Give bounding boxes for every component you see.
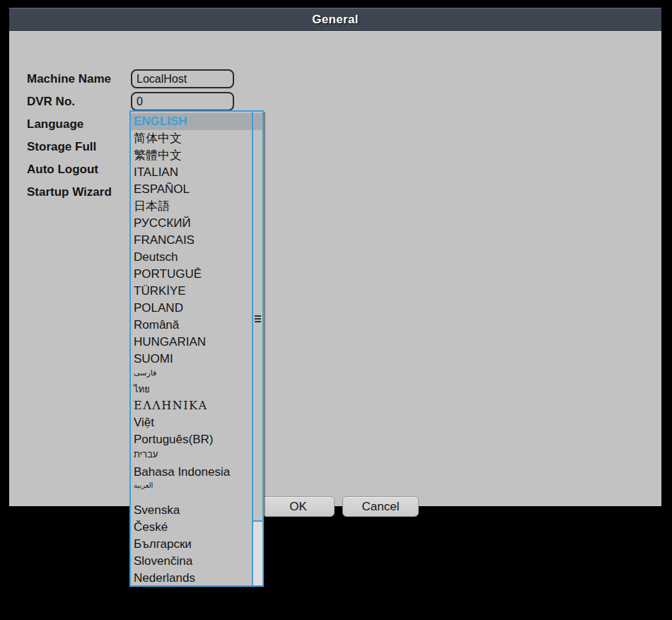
dropdown-option[interactable]: Български bbox=[131, 536, 262, 553]
dropdown-option[interactable]: 繁體中文 bbox=[131, 147, 262, 164]
dropdown-options: ENGLISH简体中文繁體中文ITALIANESPAÑOL日本語РУССКИЙF… bbox=[131, 112, 262, 587]
screen: General Machine Name DVR No. Language St… bbox=[0, 0, 672, 620]
dropdown-option[interactable]: فارسی bbox=[131, 368, 262, 380]
dropdown-option[interactable]: Deutsch bbox=[131, 249, 262, 266]
dropdown-option[interactable]: České bbox=[131, 519, 262, 536]
dropdown-option[interactable]: ITALIAN bbox=[131, 164, 262, 181]
dropdown-option[interactable]: Svenska bbox=[131, 502, 262, 519]
language-label: Language bbox=[27, 117, 83, 132]
dropdown-option[interactable]: ESPAÑOL bbox=[131, 181, 262, 198]
dropdown-option[interactable]: Slovenčina bbox=[131, 553, 262, 570]
dropdown-option[interactable]: PORTUGUÊ bbox=[131, 266, 262, 283]
machine-name-label: Machine Name bbox=[27, 71, 111, 87]
dropdown-option[interactable]: 简体中文 bbox=[131, 130, 262, 147]
ok-button[interactable]: OK bbox=[262, 496, 335, 517]
dialog-title: General bbox=[312, 13, 358, 27]
auto-logout-label: Auto Logout bbox=[27, 162, 98, 177]
dropdown-option[interactable]: ไทย bbox=[131, 380, 262, 397]
dialog-titlebar[interactable]: General bbox=[9, 8, 661, 31]
dvr-no-input[interactable] bbox=[131, 92, 234, 111]
general-dialog: General Machine Name DVR No. Language St… bbox=[9, 8, 661, 506]
dropdown-option[interactable]: SUOMI bbox=[131, 351, 262, 368]
dropdown-option[interactable]: POLAND bbox=[131, 300, 262, 317]
dropdown-option[interactable]: РУССКИЙ bbox=[131, 215, 262, 232]
storage-full-label: Storage Full bbox=[27, 139, 96, 155]
dvr-no-label: DVR No. bbox=[27, 94, 75, 110]
scrollbar-thumb[interactable] bbox=[253, 520, 262, 585]
language-dropdown-list: ENGLISH简体中文繁體中文ITALIANESPAÑOL日本語РУССКИЙF… bbox=[129, 110, 264, 587]
startup-wizard-label: Startup Wizard bbox=[27, 185, 112, 200]
dropdown-option[interactable]: עברית bbox=[131, 448, 262, 464]
dropdown-option[interactable]: Bahasa Indonesia bbox=[131, 464, 262, 481]
machine-name-input[interactable] bbox=[131, 69, 234, 88]
dropdown-scrollbar[interactable] bbox=[252, 112, 262, 585]
dropdown-option[interactable]: Română bbox=[131, 317, 262, 334]
dropdown-option[interactable]: TÜRKİYE bbox=[131, 283, 262, 300]
dropdown-option[interactable]: Việt bbox=[131, 414, 262, 431]
scrollbar-grip-icon[interactable] bbox=[255, 315, 261, 322]
dropdown-option[interactable]: ENGLISH bbox=[131, 113, 262, 130]
dropdown-option[interactable]: HUNGARIAN bbox=[131, 334, 262, 351]
dropdown-option[interactable]: 日本語 bbox=[131, 198, 262, 215]
dialog-body: Machine Name DVR No. Language Storage Fu… bbox=[9, 31, 661, 506]
cancel-button[interactable]: Cancel bbox=[342, 496, 419, 517]
dropdown-option[interactable]: FRANCAIS bbox=[131, 232, 262, 249]
dropdown-option[interactable]: العربية bbox=[131, 481, 262, 493]
dropdown-option[interactable]: ΕΛΛΗΝΙΚΑ bbox=[131, 397, 262, 414]
dropdown-option[interactable]: Nederlands bbox=[131, 570, 262, 587]
dropdown-option[interactable]: Português(BR) bbox=[131, 431, 262, 448]
